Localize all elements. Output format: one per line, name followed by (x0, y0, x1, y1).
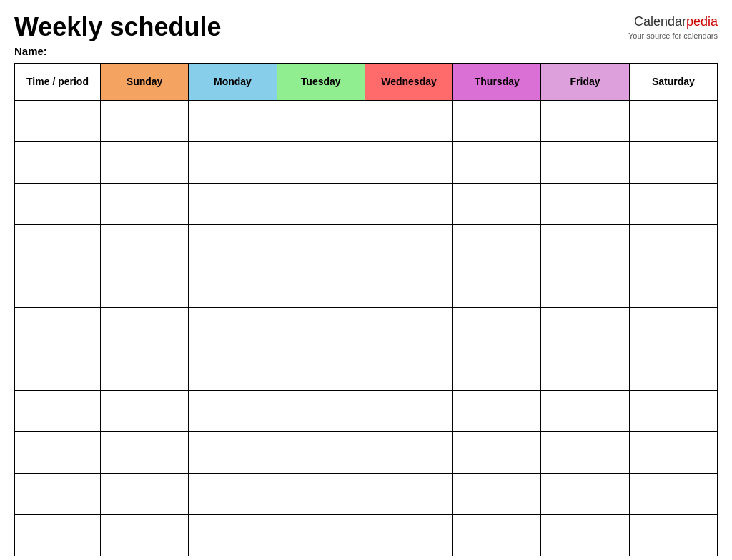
table-cell[interactable] (15, 100, 101, 141)
table-cell[interactable] (629, 100, 717, 141)
table-cell[interactable] (365, 514, 452, 556)
table-cell[interactable] (541, 141, 629, 183)
table-cell[interactable] (453, 141, 541, 183)
table-cell[interactable] (277, 183, 365, 224)
name-label: Name: (14, 45, 718, 57)
table-cell[interactable] (101, 100, 189, 141)
table-cell[interactable] (277, 514, 365, 556)
table-cell[interactable] (101, 183, 189, 224)
table-cell[interactable] (189, 266, 277, 307)
schedule-body (15, 100, 718, 556)
table-cell[interactable] (629, 266, 717, 307)
table-cell[interactable] (101, 141, 189, 183)
table-cell[interactable] (629, 141, 717, 183)
table-cell[interactable] (541, 349, 629, 390)
table-cell[interactable] (189, 183, 277, 224)
table-cell[interactable] (365, 349, 452, 390)
table-cell[interactable] (629, 224, 717, 266)
table-row (15, 514, 718, 556)
brand-logo: Calendarpedia Your source for calendars (628, 13, 718, 42)
table-cell[interactable] (277, 390, 365, 431)
table-cell[interactable] (453, 390, 541, 431)
table-cell[interactable] (101, 431, 189, 473)
table-cell[interactable] (541, 390, 629, 431)
table-cell[interactable] (189, 390, 277, 431)
col-header-sunday: Sunday (101, 63, 189, 100)
table-cell[interactable] (189, 224, 277, 266)
table-cell[interactable] (629, 431, 717, 473)
table-cell[interactable] (453, 183, 541, 224)
col-header-monday: Monday (189, 63, 277, 100)
table-cell[interactable] (453, 349, 541, 390)
table-cell[interactable] (541, 514, 629, 556)
table-cell[interactable] (365, 431, 452, 473)
table-cell[interactable] (15, 141, 101, 183)
table-cell[interactable] (101, 266, 189, 307)
table-cell[interactable] (541, 473, 629, 514)
table-cell[interactable] (453, 431, 541, 473)
table-cell[interactable] (15, 183, 101, 224)
table-cell[interactable] (365, 473, 452, 514)
page-title: Weekly schedule (14, 13, 221, 41)
col-header-wednesday: Wednesday (365, 63, 452, 100)
table-cell[interactable] (15, 431, 101, 473)
table-cell[interactable] (629, 473, 717, 514)
table-cell[interactable] (365, 183, 452, 224)
col-header-tuesday: Tuesday (277, 63, 365, 100)
table-cell[interactable] (101, 514, 189, 556)
table-cell[interactable] (15, 390, 101, 431)
table-cell[interactable] (277, 100, 365, 141)
table-cell[interactable] (277, 266, 365, 307)
table-cell[interactable] (541, 431, 629, 473)
table-cell[interactable] (189, 141, 277, 183)
table-cell[interactable] (101, 224, 189, 266)
table-cell[interactable] (277, 307, 365, 349)
table-cell[interactable] (189, 431, 277, 473)
table-cell[interactable] (15, 349, 101, 390)
table-cell[interactable] (189, 473, 277, 514)
table-cell[interactable] (629, 390, 717, 431)
header-area: Weekly schedule Calendarpedia Your sourc… (14, 13, 718, 42)
table-cell[interactable] (101, 473, 189, 514)
table-cell[interactable] (541, 307, 629, 349)
table-cell[interactable] (629, 514, 717, 556)
table-cell[interactable] (189, 349, 277, 390)
table-cell[interactable] (453, 514, 541, 556)
table-cell[interactable] (629, 183, 717, 224)
table-cell[interactable] (365, 100, 452, 141)
table-cell[interactable] (101, 349, 189, 390)
table-cell[interactable] (365, 141, 452, 183)
table-cell[interactable] (453, 307, 541, 349)
table-cell[interactable] (629, 307, 717, 349)
table-cell[interactable] (101, 390, 189, 431)
table-cell[interactable] (541, 224, 629, 266)
table-cell[interactable] (365, 224, 452, 266)
table-cell[interactable] (277, 473, 365, 514)
table-cell[interactable] (15, 307, 101, 349)
table-cell[interactable] (541, 183, 629, 224)
table-cell[interactable] (189, 307, 277, 349)
table-cell[interactable] (277, 349, 365, 390)
table-cell[interactable] (101, 307, 189, 349)
table-cell[interactable] (453, 266, 541, 307)
table-cell[interactable] (15, 473, 101, 514)
table-cell[interactable] (541, 100, 629, 141)
table-cell[interactable] (365, 266, 452, 307)
table-cell[interactable] (189, 100, 277, 141)
table-cell[interactable] (15, 514, 101, 556)
table-cell[interactable] (277, 141, 365, 183)
table-cell[interactable] (453, 473, 541, 514)
table-cell[interactable] (189, 514, 277, 556)
table-cell[interactable] (541, 266, 629, 307)
table-cell[interactable] (453, 100, 541, 141)
page: Weekly schedule Calendarpedia Your sourc… (0, 0, 732, 560)
table-row (15, 100, 718, 141)
table-cell[interactable] (277, 431, 365, 473)
table-cell[interactable] (453, 224, 541, 266)
table-cell[interactable] (365, 390, 452, 431)
table-cell[interactable] (277, 224, 365, 266)
table-cell[interactable] (365, 307, 452, 349)
table-cell[interactable] (629, 349, 717, 390)
table-cell[interactable] (15, 266, 101, 307)
table-cell[interactable] (15, 224, 101, 266)
